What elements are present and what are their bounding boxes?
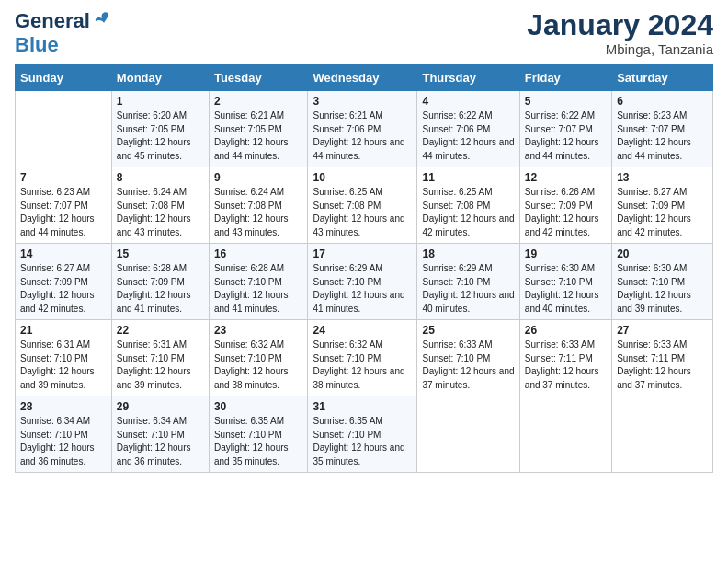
day-number: 18 <box>422 247 514 260</box>
day-number: 11 <box>422 171 514 184</box>
calendar-cell <box>417 396 519 473</box>
calendar-cell: 9 Sunrise: 6:24 AMSunset: 7:08 PMDayligh… <box>209 167 308 244</box>
calendar-cell: 19 Sunrise: 6:30 AMSunset: 7:10 PMDaylig… <box>519 244 611 320</box>
day-info: Sunrise: 6:30 AMSunset: 7:10 PMDaylight:… <box>525 262 607 316</box>
day-info: Sunrise: 6:24 AMSunset: 7:08 PMDaylight:… <box>117 186 204 239</box>
calendar-cell: 27 Sunrise: 6:33 AMSunset: 7:11 PMDaylig… <box>612 320 713 396</box>
calendar-cell: 20 Sunrise: 6:30 AMSunset: 7:10 PMDaylig… <box>612 244 713 320</box>
page-container: General Blue January 2024 Mbinga, Tanzan… <box>0 0 728 482</box>
day-info: Sunrise: 6:27 AMSunset: 7:09 PMDaylight:… <box>617 186 708 239</box>
day-info: Sunrise: 6:33 AMSunset: 7:11 PMDaylight:… <box>525 339 607 392</box>
day-info: Sunrise: 6:30 AMSunset: 7:10 PMDaylight:… <box>617 262 708 316</box>
day-number: 2 <box>214 95 303 108</box>
calendar-week-row: 1 Sunrise: 6:20 AMSunset: 7:05 PMDayligh… <box>16 91 713 167</box>
calendar-cell: 26 Sunrise: 6:33 AMSunset: 7:11 PMDaylig… <box>519 320 611 396</box>
day-number: 24 <box>313 324 412 337</box>
col-saturday: Saturday <box>612 65 713 91</box>
col-friday: Friday <box>519 65 611 91</box>
day-number: 5 <box>525 95 607 108</box>
calendar-cell: 24 Sunrise: 6:32 AMSunset: 7:10 PMDaylig… <box>308 320 417 396</box>
day-info: Sunrise: 6:20 AMSunset: 7:05 PMDaylight:… <box>117 109 204 163</box>
day-number: 19 <box>525 247 607 260</box>
calendar-cell: 5 Sunrise: 6:22 AMSunset: 7:07 PMDayligh… <box>519 91 611 167</box>
calendar-cell: 14 Sunrise: 6:27 AMSunset: 7:09 PMDaylig… <box>16 244 112 320</box>
day-info: Sunrise: 6:34 AMSunset: 7:10 PMDaylight:… <box>117 415 204 468</box>
day-number: 20 <box>617 247 708 260</box>
day-info: Sunrise: 6:21 AMSunset: 7:05 PMDaylight:… <box>214 109 303 163</box>
day-info: Sunrise: 6:34 AMSunset: 7:10 PMDaylight:… <box>20 415 107 468</box>
day-number: 1 <box>117 95 204 108</box>
calendar-cell: 2 Sunrise: 6:21 AMSunset: 7:05 PMDayligh… <box>209 91 308 167</box>
calendar-cell: 25 Sunrise: 6:33 AMSunset: 7:10 PMDaylig… <box>417 320 519 396</box>
day-info: Sunrise: 6:22 AMSunset: 7:06 PMDaylight:… <box>422 109 514 163</box>
day-info: Sunrise: 6:26 AMSunset: 7:09 PMDaylight:… <box>525 186 607 239</box>
col-tuesday: Tuesday <box>209 65 308 91</box>
day-number: 29 <box>117 400 204 413</box>
calendar-week-row: 7 Sunrise: 6:23 AMSunset: 7:07 PMDayligh… <box>16 167 713 244</box>
calendar-cell <box>16 91 112 167</box>
day-info: Sunrise: 6:29 AMSunset: 7:10 PMDaylight:… <box>422 262 514 316</box>
day-number: 10 <box>313 171 412 184</box>
calendar-cell: 7 Sunrise: 6:23 AMSunset: 7:07 PMDayligh… <box>16 167 112 244</box>
calendar-cell: 29 Sunrise: 6:34 AMSunset: 7:10 PMDaylig… <box>111 396 209 473</box>
day-info: Sunrise: 6:35 AMSunset: 7:10 PMDaylight:… <box>214 415 303 468</box>
calendar-cell: 17 Sunrise: 6:29 AMSunset: 7:10 PMDaylig… <box>308 244 417 320</box>
day-number: 28 <box>20 400 107 413</box>
day-number: 31 <box>313 400 412 413</box>
day-number: 22 <box>117 324 204 337</box>
day-info: Sunrise: 6:21 AMSunset: 7:06 PMDaylight:… <box>313 109 412 163</box>
day-number: 8 <box>117 171 204 184</box>
day-info: Sunrise: 6:33 AMSunset: 7:10 PMDaylight:… <box>422 339 514 392</box>
calendar-cell: 28 Sunrise: 6:34 AMSunset: 7:10 PMDaylig… <box>16 396 112 473</box>
day-number: 7 <box>20 171 107 184</box>
calendar-week-row: 14 Sunrise: 6:27 AMSunset: 7:09 PMDaylig… <box>16 244 713 320</box>
day-number: 16 <box>214 247 303 260</box>
calendar-week-row: 21 Sunrise: 6:31 AMSunset: 7:10 PMDaylig… <box>16 320 713 396</box>
calendar-cell: 11 Sunrise: 6:25 AMSunset: 7:08 PMDaylig… <box>417 167 519 244</box>
day-info: Sunrise: 6:31 AMSunset: 7:10 PMDaylight:… <box>117 339 204 392</box>
calendar-cell: 6 Sunrise: 6:23 AMSunset: 7:07 PMDayligh… <box>612 91 713 167</box>
calendar-cell: 8 Sunrise: 6:24 AMSunset: 7:08 PMDayligh… <box>111 167 209 244</box>
day-info: Sunrise: 6:23 AMSunset: 7:07 PMDaylight:… <box>20 186 107 239</box>
calendar-cell: 1 Sunrise: 6:20 AMSunset: 7:05 PMDayligh… <box>111 91 209 167</box>
day-number: 21 <box>20 324 107 337</box>
logo: General Blue <box>15 9 111 57</box>
day-number: 14 <box>20 247 107 260</box>
calendar-cell <box>519 396 611 473</box>
calendar-header-row: Sunday Monday Tuesday Wednesday Thursday… <box>16 65 713 91</box>
day-info: Sunrise: 6:23 AMSunset: 7:07 PMDaylight:… <box>617 109 708 163</box>
day-info: Sunrise: 6:35 AMSunset: 7:10 PMDaylight:… <box>313 415 412 468</box>
calendar-cell: 12 Sunrise: 6:26 AMSunset: 7:09 PMDaylig… <box>519 167 611 244</box>
day-info: Sunrise: 6:28 AMSunset: 7:10 PMDaylight:… <box>214 262 303 316</box>
col-wednesday: Wednesday <box>308 65 417 91</box>
day-number: 13 <box>617 171 708 184</box>
title-block: January 2024 Mbinga, Tanzania <box>527 9 713 57</box>
day-info: Sunrise: 6:28 AMSunset: 7:09 PMDaylight:… <box>117 262 204 316</box>
calendar-cell: 16 Sunrise: 6:28 AMSunset: 7:10 PMDaylig… <box>209 244 308 320</box>
calendar-cell: 3 Sunrise: 6:21 AMSunset: 7:06 PMDayligh… <box>308 91 417 167</box>
day-info: Sunrise: 6:31 AMSunset: 7:10 PMDaylight:… <box>20 339 107 392</box>
day-info: Sunrise: 6:33 AMSunset: 7:11 PMDaylight:… <box>617 339 708 392</box>
col-thursday: Thursday <box>417 65 519 91</box>
page-header: General Blue January 2024 Mbinga, Tanzan… <box>15 9 713 57</box>
day-number: 4 <box>422 95 514 108</box>
calendar-cell: 13 Sunrise: 6:27 AMSunset: 7:09 PMDaylig… <box>612 167 713 244</box>
calendar-cell: 21 Sunrise: 6:31 AMSunset: 7:10 PMDaylig… <box>16 320 112 396</box>
day-number: 17 <box>313 247 412 260</box>
day-info: Sunrise: 6:29 AMSunset: 7:10 PMDaylight:… <box>313 262 412 316</box>
day-number: 30 <box>214 400 303 413</box>
day-number: 25 <box>422 324 514 337</box>
day-number: 9 <box>214 171 303 184</box>
day-info: Sunrise: 6:27 AMSunset: 7:09 PMDaylight:… <box>20 262 107 316</box>
day-number: 26 <box>525 324 607 337</box>
day-number: 12 <box>525 171 607 184</box>
day-number: 15 <box>117 247 204 260</box>
col-monday: Monday <box>111 65 209 91</box>
calendar-table: Sunday Monday Tuesday Wednesday Thursday… <box>15 64 713 473</box>
calendar-cell: 23 Sunrise: 6:32 AMSunset: 7:10 PMDaylig… <box>209 320 308 396</box>
day-info: Sunrise: 6:32 AMSunset: 7:10 PMDaylight:… <box>214 339 303 392</box>
day-info: Sunrise: 6:24 AMSunset: 7:08 PMDaylight:… <box>214 186 303 239</box>
day-number: 27 <box>617 324 708 337</box>
day-info: Sunrise: 6:25 AMSunset: 7:08 PMDaylight:… <box>422 186 514 239</box>
calendar-cell: 4 Sunrise: 6:22 AMSunset: 7:06 PMDayligh… <box>417 91 519 167</box>
